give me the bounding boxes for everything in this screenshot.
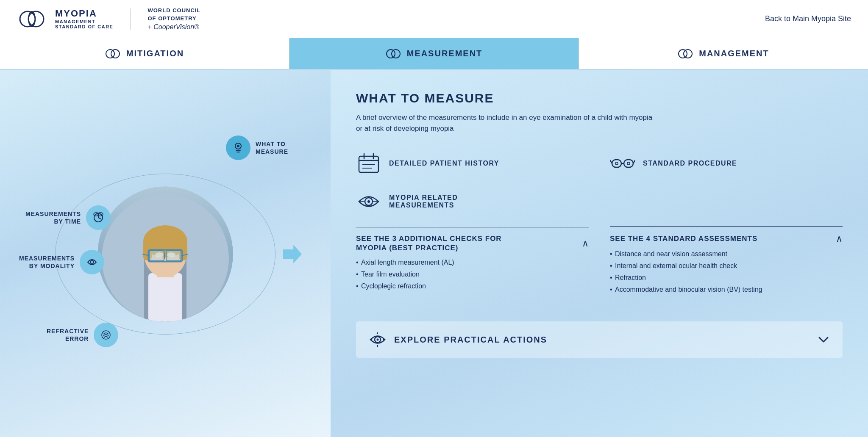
standard-procedure-item: STANDARD PROCEDURE — [610, 151, 843, 176]
svg-point-34 — [90, 260, 94, 264]
logo-text: MYOPIA MANAGEMENT STANDARD OF CARE — [55, 8, 113, 29]
node-what-to-measure[interactable]: WHAT TOMEASURE — [226, 136, 288, 160]
check-item-2: Tear film evaluation — [356, 271, 589, 278]
additional-checks-content: Axial length measurement (AL) Tear film … — [356, 259, 589, 290]
partner-text: WORLD COUNCIL OF OPTOMETRY + CooperVisio… — [147, 7, 200, 31]
measurement-tab-icon — [386, 46, 401, 61]
svg-rect-46 — [612, 160, 621, 167]
myopia-measurements-icon-box — [356, 189, 381, 214]
explore-icon — [369, 331, 387, 348]
tab-mitigation-label: MITIGATION — [126, 49, 184, 58]
explore-practical-actions-bar[interactable]: EXPLORE PRACTICAL ACTIONS — [356, 321, 843, 358]
management-tab-icon — [678, 46, 693, 61]
myopia-measurements-item: MYOPIA RELATEDMEASUREMENTS — [356, 189, 589, 214]
section-title: WHAT TO MEASURE — [356, 91, 843, 105]
standard-procedure-label: STANDARD PROCEDURE — [643, 160, 737, 167]
measurements-by-time-icon — [86, 205, 111, 230]
myopia-logo-icon — [17, 6, 47, 32]
explore-chevron-down-icon — [817, 333, 830, 346]
assessment-item-1: Distance and near vision assessment — [610, 250, 843, 258]
svg-point-43 — [367, 200, 370, 203]
svg-point-6 — [392, 50, 400, 58]
measurements-by-time-label: MEASUREMENTSBY TIME — [25, 210, 81, 225]
svg-point-4 — [111, 50, 120, 58]
measurements-by-modality-label: MEASUREMENTSBY MODALITY — [19, 254, 75, 270]
svg-rect-21 — [166, 251, 181, 261]
nav-tabs: MITIGATION MEASUREMENT MANAGEMENT — [0, 38, 868, 70]
col1: DETAILED PATIENT HISTORY — [356, 151, 589, 304]
header: MYOPIA MANAGEMENT STANDARD OF CARE WORLD… — [0, 0, 868, 38]
col2-spacer — [610, 189, 843, 226]
col2: STANDARD PROCEDURE SEE THE 4 STANDARD AS… — [610, 151, 843, 304]
svg-rect-27 — [236, 150, 241, 151]
cards-row: DETAILED PATIENT HISTORY — [356, 151, 843, 304]
center-circle-inner — [97, 186, 233, 322]
partner-line2: OF OPTOMETRY — [147, 15, 200, 22]
assessment-item-2: Internal and external ocular health chec… — [610, 262, 843, 270]
patient-history-label: DETAILED PATIENT HISTORY — [389, 160, 499, 167]
center-circle — [97, 186, 233, 322]
svg-point-26 — [237, 145, 239, 147]
tab-management[interactable]: MANAGEMENT — [579, 38, 868, 69]
svg-line-49 — [610, 160, 612, 163]
section-description: A brief overview of the measurements to … — [356, 112, 653, 134]
additional-checks-title: SEE THE 3 ADDITIONAL CHECKS FOR MYOPIA (… — [356, 234, 534, 253]
svg-point-54 — [377, 339, 379, 341]
refractive-error-label: REFRACTIVEERROR — [47, 327, 89, 343]
main-content: WHAT TOMEASURE MEASUREMENTSBY TIME — [0, 70, 868, 437]
calendar-icon — [356, 151, 381, 176]
check-item-1: Axial length measurement (AL) — [356, 259, 589, 266]
tab-measurement-label: MEASUREMENT — [407, 49, 483, 58]
svg-rect-47 — [624, 160, 633, 167]
check-item-3: Cycloplegic refraction — [356, 282, 589, 290]
node-measurements-by-modality[interactable]: MEASUREMENTSBY MODALITY — [19, 250, 104, 274]
partner-line1: WORLD COUNCIL — [147, 7, 200, 14]
standard-assessments-content: Distance and near vision assessment Inte… — [610, 250, 843, 293]
diagram-container: WHAT TOMEASURE MEASUREMENTSBY TIME — [38, 127, 292, 381]
additional-checks-header[interactable]: SEE THE 3 ADDITIONAL CHECKS FOR MYOPIA (… — [356, 234, 589, 253]
svg-point-52 — [627, 162, 630, 165]
additional-checks-section[interactable]: SEE THE 3 ADDITIONAL CHECKS FOR MYOPIA (… — [356, 227, 589, 301]
measurements-by-modality-icon — [80, 250, 104, 274]
right-arrow — [283, 245, 302, 263]
svg-rect-11 — [148, 273, 182, 322]
myopia-measurements-label: MYOPIA RELATEDMEASUREMENTS — [389, 194, 458, 209]
eye-chart-icon — [356, 189, 381, 214]
additional-checks-chevron: ∧ — [582, 238, 589, 249]
logo-divider — [130, 8, 131, 30]
standard-assessments-chevron: ∧ — [836, 233, 843, 244]
node-measurements-by-time[interactable]: MEASUREMENTSBY TIME — [25, 205, 111, 230]
svg-point-35 — [102, 331, 110, 339]
left-panel: WHAT TOMEASURE MEASUREMENTSBY TIME — [0, 70, 331, 437]
assessment-item-4: Accommodative and binocular vision (BV) … — [610, 286, 843, 293]
svg-point-0 — [20, 11, 35, 27]
logo-subtitle2: STANDARD OF CARE — [55, 24, 113, 29]
tab-management-label: MANAGEMENT — [699, 49, 769, 58]
standard-assessments-title: SEE THE 4 STANDARD ASSESSMENTS — [610, 234, 757, 243]
explore-bar-left: EXPLORE PRACTICAL ACTIONS — [369, 331, 547, 348]
logo-title: MYOPIA — [55, 8, 113, 19]
standard-procedure-icon-box — [610, 151, 635, 176]
logo-area: MYOPIA MANAGEMENT STANDARD OF CARE WORLD… — [17, 6, 200, 32]
tab-measurement[interactable]: MEASUREMENT — [289, 38, 579, 69]
person-illustration — [102, 195, 229, 322]
assessment-item-3: Refraction — [610, 274, 843, 282]
svg-point-1 — [28, 11, 44, 27]
patient-history-icon-box — [356, 151, 381, 176]
logo-subtitle1: MANAGEMENT — [55, 19, 113, 24]
svg-line-50 — [633, 160, 635, 163]
right-panel: WHAT TO MEASURE A brief overview of the … — [331, 70, 868, 437]
svg-point-3 — [106, 50, 114, 58]
back-to-main-link[interactable]: Back to Main Myopia Site — [765, 14, 851, 23]
what-to-measure-label: WHAT TOMEASURE — [256, 140, 288, 155]
node-refractive-error[interactable]: REFRACTIVEERROR — [47, 323, 118, 347]
patient-history-item: DETAILED PATIENT HISTORY — [356, 151, 589, 176]
standard-assessments-section[interactable]: SEE THE 4 STANDARD ASSESSMENTS ∧ Distanc… — [610, 226, 843, 304]
svg-point-5 — [387, 50, 395, 58]
svg-point-7 — [679, 50, 687, 58]
svg-point-51 — [615, 162, 618, 165]
tab-mitigation[interactable]: MITIGATION — [0, 38, 289, 69]
standard-assessments-header[interactable]: SEE THE 4 STANDARD ASSESSMENTS ∧ — [610, 233, 843, 244]
coopervision-text: + CooperVision® — [147, 23, 200, 31]
svg-point-8 — [684, 50, 692, 58]
